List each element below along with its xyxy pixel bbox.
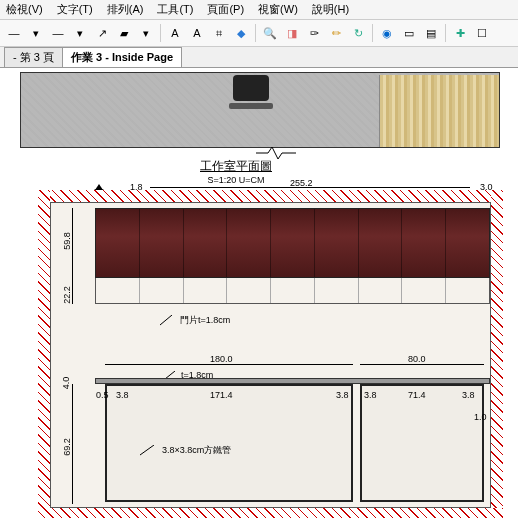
font-tool[interactable]: A	[165, 23, 185, 43]
toolbar: — ▾ — ▾ ↗ ▰ ▾ A A ⌗ ◆ 🔍 ◨ ✑ ✏ ↻ ◉ ▭ ▤ ✚ …	[0, 20, 518, 47]
dim-71-4: 71.4	[408, 390, 426, 400]
chair-symbol	[227, 75, 275, 109]
dim-255-2: 255.2	[290, 178, 313, 188]
eyedropper-tool[interactable]: ✑	[304, 23, 324, 43]
tab-inside-page[interactable]: 作業 3 - Inside Page	[62, 47, 182, 67]
dim-1-0: 1.0	[474, 412, 487, 422]
plan-title: 工作室平面圖 S=1:20 U=CM	[200, 158, 272, 185]
style-a[interactable]: A	[187, 23, 207, 43]
tab-bar: - 第 3 頁 作業 3 - Inside Page	[0, 47, 518, 68]
arrow-style[interactable]: ↗	[92, 23, 112, 43]
menu-help[interactable]: 說明(H)	[312, 2, 349, 17]
dim-line-80	[360, 364, 484, 365]
label-tube: 3.8×3.8cm方鐵管	[140, 444, 231, 457]
redo-icon[interactable]: ↻	[348, 23, 368, 43]
menu-view[interactable]: 檢視(V)	[6, 2, 43, 17]
wall-hatch-top	[38, 190, 503, 202]
dim-3-8d: 3.8	[462, 390, 475, 400]
menu-text[interactable]: 文字(T)	[57, 2, 93, 17]
floor-plan	[20, 72, 500, 148]
zoom-tool[interactable]: 🔍	[260, 23, 280, 43]
menu-bar: 檢視(V) 文字(T) 排列(A) 工具(T) 頁面(P) 視窗(W) 說明(H…	[0, 0, 518, 20]
plan-title-text: 工作室平面圖	[200, 158, 272, 175]
menu-window[interactable]: 視窗(W)	[258, 2, 298, 17]
dropdown-icon[interactable]: ▾	[70, 23, 90, 43]
line-weight-dropdown[interactable]: —	[4, 23, 24, 43]
dim-22-2: 22.2	[62, 286, 72, 304]
dim-180: 180.0	[210, 354, 233, 364]
wall-hatch-right	[491, 190, 503, 518]
tab-page3[interactable]: - 第 3 頁	[4, 47, 63, 67]
wall-hatch-bottom	[38, 508, 503, 518]
menu-tools[interactable]: 工具(T)	[157, 2, 193, 17]
separator	[372, 24, 373, 42]
table-frame-1	[105, 384, 353, 502]
wall-hatch-left	[38, 190, 50, 518]
layers-icon[interactable]: ▤	[421, 23, 441, 43]
dim-4-0: 4.0	[61, 377, 71, 390]
separator	[445, 24, 446, 42]
dim-171-4: 171.4	[210, 390, 233, 400]
stop-icon[interactable]: ◉	[377, 23, 397, 43]
plan-scale-text: S=1:20 U=CM	[200, 175, 272, 185]
dropdown-icon[interactable]: ▾	[26, 23, 46, 43]
dim-line-v1	[72, 208, 73, 304]
upper-cabinet	[95, 208, 490, 278]
crop-tool[interactable]: ⌗	[209, 23, 229, 43]
color-fill[interactable]: ▰	[114, 23, 134, 43]
dim-line-v2	[72, 384, 73, 504]
dim-3-8a: 3.8	[116, 390, 129, 400]
dim-69-2: 69.2	[62, 438, 72, 456]
rect-tool[interactable]: ▭	[399, 23, 419, 43]
pencil-tool[interactable]: ✏	[326, 23, 346, 43]
lower-cabinet-panes	[95, 278, 490, 304]
line-style-dropdown[interactable]: —	[48, 23, 68, 43]
drawing-canvas[interactable]: 工作室平面圖 S=1:20 U=CM 1.8 255.2 3.0 A 59.8 …	[0, 68, 518, 518]
eraser-tool[interactable]: ◨	[282, 23, 302, 43]
dim-3-8c: 3.8	[364, 390, 377, 400]
menu-arrange[interactable]: 排列(A)	[107, 2, 144, 17]
blue-shape-icon[interactable]: ◆	[231, 23, 251, 43]
dim-80: 80.0	[408, 354, 426, 364]
dim-0-5: 0.5	[96, 390, 109, 400]
menu-page[interactable]: 頁面(P)	[207, 2, 244, 17]
dim-59-8: 59.8	[62, 232, 72, 250]
dim-3-8b: 3.8	[336, 390, 349, 400]
wood-floor-area	[379, 75, 499, 147]
dropdown-icon[interactable]: ▾	[136, 23, 156, 43]
add-icon[interactable]: ✚	[450, 23, 470, 43]
label-door-thickness: 門片t=1.8cm	[160, 314, 230, 327]
table-frame-2	[360, 384, 484, 502]
group-icon[interactable]: ☐	[472, 23, 492, 43]
separator	[255, 24, 256, 42]
separator	[160, 24, 161, 42]
dim-line-180	[105, 364, 353, 365]
